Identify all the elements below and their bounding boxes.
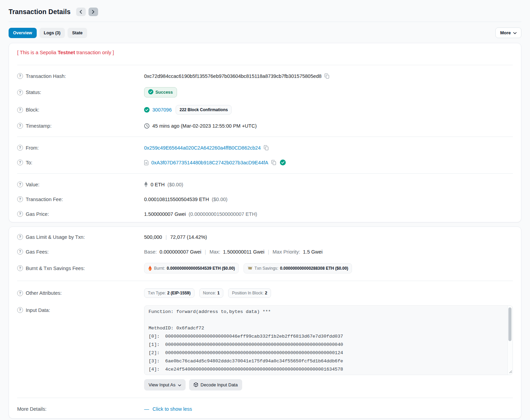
view-input-as-label: View Input As xyxy=(149,382,176,387)
divider xyxy=(17,65,513,65)
help-icon[interactable]: ? xyxy=(17,290,23,296)
timestamp-label: Timestamp: xyxy=(26,123,51,129)
help-icon[interactable]: ? xyxy=(17,265,23,271)
testnet-warning: [ This is a Sepolia Testnet transaction … xyxy=(17,44,513,61)
input-data-content[interactable]: Function: forward(address to,bytes data)… xyxy=(144,305,513,375)
nonce-label: Nonce: xyxy=(203,291,216,295)
cube-icon xyxy=(193,382,198,387)
divider xyxy=(17,398,513,398)
value-label: Value: xyxy=(26,182,39,187)
txn-type-label: Txn Type: xyxy=(148,291,166,295)
chevron-right-icon xyxy=(92,10,95,14)
decode-input-data-label: Decode Input Data xyxy=(201,382,238,387)
prev-transaction-button[interactable] xyxy=(76,8,86,16)
show-less-link[interactable]: — Click to show less xyxy=(144,406,192,412)
contract-document-icon xyxy=(144,160,149,165)
to-row: ? To: 0xA3f07D6773514480b918C2742b027b3a… xyxy=(17,155,513,170)
gas-fees-label: Gas Fees: xyxy=(26,249,49,255)
divider xyxy=(17,137,513,137)
separator: | xyxy=(165,234,167,240)
copy-icon[interactable] xyxy=(271,160,276,165)
transaction-fee-usd: ($0.00) xyxy=(212,197,227,202)
txn-type-badge: Txn Type: 2 (EIP-1559) xyxy=(144,288,195,298)
burnt-savings-label: Burnt & Txn Savings Fees: xyxy=(26,266,85,271)
other-attributes-label: Other Attributes: xyxy=(26,290,62,296)
help-icon[interactable]: ? xyxy=(17,249,23,255)
help-icon[interactable]: ? xyxy=(17,145,23,151)
help-icon[interactable]: ? xyxy=(17,73,23,79)
txn-type-value: 2 (EIP-1559) xyxy=(167,291,190,295)
txn-savings-value: 0.000000000000288308 ETH ($0.00) xyxy=(280,266,348,271)
help-icon[interactable]: ? xyxy=(17,234,23,240)
more-details-row: More Details: — Click to show less xyxy=(17,401,513,416)
status-badge-text: Success xyxy=(155,90,173,95)
txn-savings-label: Txn Savings: xyxy=(255,266,278,271)
copy-icon[interactable] xyxy=(324,73,330,79)
separator: | xyxy=(204,249,207,255)
to-address-link[interactable]: 0xA3f07D6773514480b918C2742b027b3acD9E44… xyxy=(151,160,268,165)
gas-usage-value: 72,077 (14.42%) xyxy=(170,234,207,240)
money-wings-icon xyxy=(247,266,253,270)
nonce-badge: Nonce: 1 xyxy=(199,288,224,298)
transaction-hash-label: Transaction Hash: xyxy=(26,73,66,79)
more-details-label: More Details: xyxy=(17,406,46,412)
scrollbar-thumb[interactable] xyxy=(508,307,511,341)
tabs-row: Overview Logs (3) State More xyxy=(9,27,521,38)
page-header: Transaction Details xyxy=(9,6,521,22)
txn-savings-badge: Txn Savings: 0.000000000000288308 ETH ($… xyxy=(244,263,352,273)
check-circle-icon xyxy=(144,107,150,113)
help-icon[interactable]: ? xyxy=(17,107,23,113)
view-input-as-button[interactable]: View Input As xyxy=(144,379,186,390)
tab-overview[interactable]: Overview xyxy=(9,28,37,38)
tab-state[interactable]: State xyxy=(68,28,87,38)
input-data-label: Input Data: xyxy=(26,307,50,313)
tab-logs[interactable]: Logs (3) xyxy=(39,28,65,38)
block-label: Block: xyxy=(26,107,39,113)
input-data-row: ? Input Data: Function: forward(address … xyxy=(17,302,513,394)
from-row: ? From: 0x259c49E65644a020C2A642260a4ffB… xyxy=(17,140,513,155)
max-fee-value: 1.500000011 Gwei xyxy=(223,249,264,255)
transaction-fee-row: ? Transaction Fee: 0.000108115500504539 … xyxy=(17,192,513,207)
gas-price-eth: (0.000000001500000007 ETH) xyxy=(189,211,257,217)
base-fee-value: 0.000000007 Gwei xyxy=(160,249,201,255)
from-address-link[interactable]: 0x259c49E65644a020C2A642260a4ffB0CD862cb… xyxy=(144,145,261,151)
transaction-hash-row: ? Transaction Hash: 0xc72d984ccac6190b5f… xyxy=(17,69,513,83)
position-in-block-value: 2 xyxy=(265,291,267,295)
status-badge: Success xyxy=(144,87,177,97)
fire-icon xyxy=(148,266,152,271)
status-row: ? Status: Success xyxy=(17,83,513,101)
page-title: Transaction Details xyxy=(9,8,71,16)
decode-input-data-button[interactable]: Decode Input Data xyxy=(189,379,242,390)
help-icon[interactable]: ? xyxy=(17,123,23,129)
gas-price-row: ? Gas Price: 1.500000007 Gwei (0.0000000… xyxy=(17,207,513,221)
help-icon[interactable]: ? xyxy=(17,307,23,313)
gas-price-gwei: 1.500000007 Gwei xyxy=(144,211,186,217)
more-dropdown-button[interactable]: More xyxy=(495,27,521,38)
next-transaction-button[interactable] xyxy=(89,8,98,16)
value-amount: 0 ETH xyxy=(151,182,165,187)
copy-icon[interactable] xyxy=(263,145,269,151)
block-number-link[interactable]: 3007096 xyxy=(152,107,172,113)
help-icon[interactable]: ? xyxy=(17,182,23,187)
resize-grip-icon[interactable] xyxy=(509,369,512,374)
input-data-scrollbar[interactable] xyxy=(507,306,513,375)
gas-limit-usage-row: ? Gas Limit & Usage by Txn: 500,000 | 72… xyxy=(17,230,513,244)
verified-check-circle-icon xyxy=(280,160,286,165)
help-icon[interactable]: ? xyxy=(17,196,23,202)
other-attributes-row: ? Other Attributes: Txn Type: 2 (EIP-155… xyxy=(17,284,513,302)
help-icon[interactable]: ? xyxy=(17,160,23,165)
more-dropdown-label: More xyxy=(500,30,511,35)
transaction-fee-label: Transaction Fee: xyxy=(26,197,63,202)
burnt-savings-row: ? Burnt & Txn Savings Fees: Burnt: 0.000… xyxy=(17,259,513,277)
max-priority-fee-value: 1.5 Gwei xyxy=(303,249,322,255)
separator: | xyxy=(267,249,270,255)
nonce-value: 1 xyxy=(217,291,220,295)
help-icon[interactable]: ? xyxy=(17,211,23,217)
chevron-down-icon xyxy=(178,382,181,387)
value-row: ? Value: 0 ETH ($0.00) xyxy=(17,177,513,192)
burnt-fee-badge: Burnt: 0.000000000000504539 ETH ($0.00) xyxy=(144,263,239,273)
input-data-box[interactable]: Function: forward(address to,bytes data)… xyxy=(144,305,513,375)
gas-fees-row: ? Gas Fees: Base: 0.000000007 Gwei | Max… xyxy=(17,244,513,259)
help-icon[interactable]: ? xyxy=(17,90,23,95)
block-confirmations-badge: 222 Block Confirmations xyxy=(176,105,232,115)
